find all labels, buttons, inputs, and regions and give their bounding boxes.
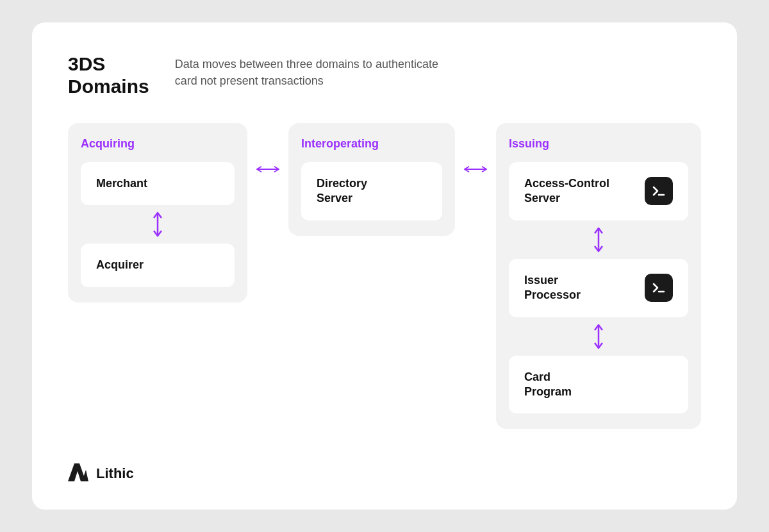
diagram: Acquiring Merchant Acquirer bbox=[68, 123, 701, 429]
acquiring-interop-arrow bbox=[247, 162, 288, 177]
issuer-card-program-arrow bbox=[509, 324, 688, 349]
acquiring-domain: Acquiring Merchant Acquirer bbox=[68, 123, 247, 303]
card-program-node: CardProgram bbox=[509, 356, 688, 414]
page-title: 3DSDomains bbox=[68, 53, 149, 97]
logo-text: Lithic bbox=[96, 465, 134, 482]
interop-issuing-arrow bbox=[455, 162, 496, 177]
merchant-acquirer-arrow bbox=[81, 212, 235, 237]
access-control-server-node: Access-ControlServer bbox=[509, 162, 688, 220]
interoperating-domain: Interoperating DirectoryServer bbox=[288, 123, 455, 236]
acquiring-label: Acquiring bbox=[81, 137, 235, 151]
lithic-icon bbox=[68, 463, 88, 484]
acs-issuer-arrow bbox=[509, 227, 688, 253]
header: 3DSDomains Data moves between three doma… bbox=[68, 53, 701, 97]
issuing-label: Issuing bbox=[509, 137, 688, 151]
acquirer-node: Acquirer bbox=[81, 244, 235, 287]
page-subtitle: Data moves between three domains to auth… bbox=[175, 53, 444, 89]
logo-area: Lithic bbox=[68, 463, 134, 484]
access-control-badge bbox=[645, 177, 673, 205]
main-card: 3DSDomains Data moves between three doma… bbox=[32, 22, 737, 510]
issuer-processor-node: IssuerProcessor bbox=[509, 259, 688, 317]
issuer-processor-text: IssuerProcessor bbox=[524, 273, 638, 303]
issuing-domain: Issuing Access-ControlServer bbox=[496, 123, 701, 429]
interoperating-label: Interoperating bbox=[301, 137, 442, 151]
access-control-text: Access-ControlServer bbox=[524, 176, 638, 206]
merchant-node: Merchant bbox=[81, 162, 235, 205]
directory-server-node: DirectoryServer bbox=[301, 162, 442, 220]
issuer-processor-badge bbox=[645, 274, 673, 302]
